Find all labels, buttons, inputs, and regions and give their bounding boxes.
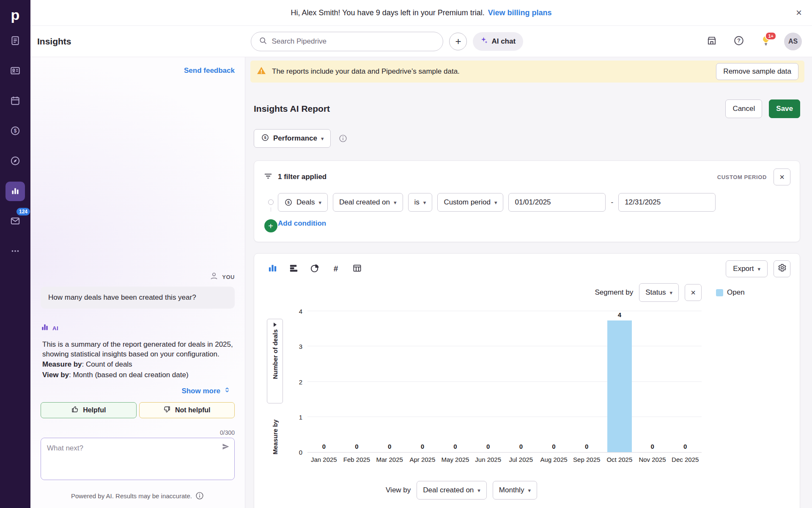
sidebar-item-more[interactable] [5,242,25,261]
info-icon[interactable] [195,491,204,500]
x-axis-label: Sep 2025 [570,456,603,463]
chart-type-bar-button[interactable] [285,261,302,277]
view-by-term: View by [42,371,69,379]
remove-sample-data-button[interactable]: Remove sample data [716,63,798,80]
bar-column[interactable]: 0 [439,311,472,452]
bar-column[interactable]: 0 [406,311,439,452]
chat-input-box [41,438,235,480]
add-condition-button[interactable]: + [264,219,277,232]
bar-column[interactable]: 0 [373,311,406,452]
view-by-interval-dropdown[interactable]: Monthly ▾ [493,481,537,500]
quick-add-button[interactable]: + [449,33,467,50]
legend-item[interactable]: Open [716,288,790,297]
user-avatar[interactable]: AS [784,33,802,50]
chevron-down-icon: ▾ [669,290,672,295]
chart-type-column-button[interactable] [263,261,281,277]
campaigns-icon [10,155,21,168]
mail-unread-badge: 124 [16,208,30,215]
sidebar-item-insights[interactable] [5,182,25,201]
search-input[interactable] [272,37,435,46]
sidebar-item-deals[interactable]: $ [5,121,25,141]
sidebar-item-notes[interactable] [5,31,25,51]
x-axis-label: Mar 2025 [373,456,406,463]
chart-type-table-button[interactable] [348,261,366,277]
start-date-input[interactable] [508,193,606,212]
not-helpful-button[interactable]: Not helpful [139,402,235,418]
sidebar-item-campaigns[interactable] [5,152,25,171]
bar-value-label: 0 [585,443,588,450]
entity-dropdown[interactable]: $ Deals ▾ [278,193,328,212]
cancel-button[interactable]: Cancel [725,99,762,118]
ai-disclaimer: Powered by AI. Results may be inaccurate… [71,492,192,500]
operator-dropdown[interactable]: is ▾ [408,193,433,212]
view-by-label: View by [386,486,411,494]
chart-type-number-button[interactable]: # [327,261,345,277]
bar-column[interactable]: 0 [505,311,538,452]
marketplace-button[interactable] [703,33,721,50]
view-billing-plans-link[interactable]: View billing plans [488,8,552,17]
report-type-dropdown[interactable]: $ Performance ▾ [254,129,331,148]
chart-type-pie-button[interactable] [306,261,324,277]
chevron-down-icon: ▾ [423,200,426,205]
bar-column[interactable]: 0 [307,311,340,452]
expand-right-icon [274,323,277,327]
y-axis-label-tab[interactable]: Number of deals [267,319,283,403]
remove-segment-button[interactable]: × [685,284,702,301]
bar-column[interactable]: 0 [472,311,505,452]
search-bar[interactable] [251,32,443,51]
bar-value-label: 0 [453,443,457,450]
period-dropdown[interactable]: Custom period ▾ [437,193,503,212]
end-date-input[interactable] [618,193,716,212]
export-dropdown[interactable]: Export ▾ [726,260,768,277]
x-axis-label: Oct 2025 [603,456,636,463]
bar-value-label: 0 [650,443,654,450]
user-message: How many deals have been created this ye… [41,287,235,309]
chevron-down-icon: ▾ [477,488,480,493]
chat-input[interactable] [41,438,234,480]
whats-new-button[interactable]: 1+ [757,33,775,50]
chart-settings-button[interactable] [774,260,790,277]
ai-summary-message: This is a summary of the report generate… [41,340,235,381]
chevron-down-icon: ▾ [394,200,397,205]
more-icon [10,246,21,258]
performance-icon: $ [261,133,269,144]
bar-column[interactable]: 0 [340,311,373,452]
ai-summary-view: View by: Month (based on deal creation d… [42,370,233,380]
chevron-down-icon: ▾ [321,136,324,141]
notification-badge: 1+ [765,32,776,40]
sidebar-item-activities[interactable] [5,91,25,111]
bar-column[interactable]: 0 [669,311,702,452]
remove-filter-button[interactable]: × [774,168,790,185]
bar-column[interactable]: 0 [636,311,669,452]
view-by-field: Deal created on [423,486,474,494]
save-button[interactable]: Save [769,99,800,118]
sidebar-item-mail[interactable]: 124 [5,212,25,231]
send-button[interactable] [222,442,230,452]
segment-dropdown[interactable]: Status ▾ [639,283,679,302]
bar-column[interactable]: 0 [538,311,571,452]
report-info-icon[interactable] [338,134,348,143]
field-dropdown[interactable]: Deal created on ▾ [333,193,403,212]
sidebar-item-contacts[interactable] [5,61,25,81]
ai-chat-button[interactable]: AI chat [473,32,523,51]
close-icon[interactable]: × [796,8,802,18]
legend-swatch [716,289,723,296]
measure-by-term: Measure by [42,360,82,368]
sample-banner-text: The reports include your data and Pipedr… [272,67,710,76]
bar-column[interactable]: 4 [603,311,636,452]
helpful-button[interactable]: Helpful [41,402,137,418]
show-more-label: Show more [181,387,220,395]
help-button[interactable]: ? [730,33,748,50]
add-condition-link[interactable]: Add condition [278,219,326,228]
view-by-field-dropdown[interactable]: Deal created on ▾ [417,481,487,500]
show-more-link[interactable]: Show more [181,387,230,395]
close-icon: × [691,288,696,298]
measure-by-axis[interactable]: Measure by [267,409,283,464]
send-feedback-link[interactable]: Send feedback [184,66,235,75]
bar-value-label: 0 [322,443,326,450]
filter-summary: 1 filter applied [278,173,717,181]
bar-column[interactable]: 0 [570,311,603,452]
bar[interactable] [607,320,632,452]
marketplace-icon [706,35,717,47]
bar-value-label: 0 [421,443,424,450]
